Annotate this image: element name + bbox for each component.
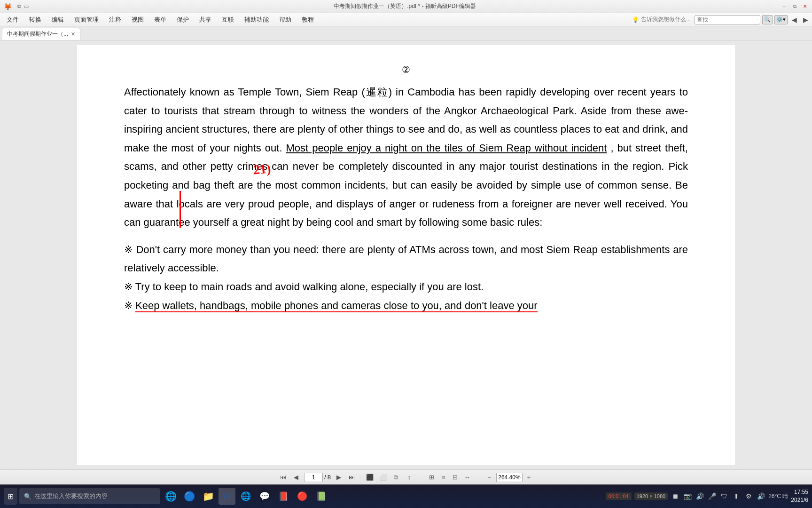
bullet-item-1: ※ Don't carry more money than you need: … (124, 240, 688, 278)
menu-connect[interactable]: 互联 (217, 15, 239, 25)
page-total: 8 (328, 474, 331, 481)
restore-button[interactable]: ⧉ (791, 3, 798, 10)
menu-annotation[interactable]: 注释 (104, 15, 126, 25)
tell-me-icon: 💡 (632, 16, 639, 23)
taskbar-wechat[interactable]: 💬 (256, 488, 273, 505)
taskbar-red-app[interactable]: 📗 (312, 488, 329, 505)
close-button[interactable]: ✕ (802, 3, 808, 10)
view-icon-3[interactable]: ⊟ (450, 472, 461, 483)
menu-page-manage[interactable]: 页面管理 (70, 15, 103, 25)
underlined-text: Most people enjoy a night on the tiles o… (286, 142, 607, 154)
tray-security-icon[interactable]: 🛡 (719, 492, 729, 501)
taskbar-search[interactable]: 🔍 在这里输入你要搜索的内容 (19, 488, 160, 504)
menu-share[interactable]: 共享 (195, 15, 216, 25)
scroll-button[interactable]: ↕ (404, 472, 414, 483)
page-number-input[interactable] (304, 473, 323, 482)
tab-close-button[interactable]: ✕ (71, 31, 75, 37)
bullet-3-underlined: Keep wallets, handbags, mobile phones an… (135, 300, 537, 312)
tray-cursor-icon[interactable]: ⬆ (732, 492, 741, 501)
taskbar-red-icon[interactable]: 🔴 (294, 488, 311, 505)
fit-page-button[interactable]: ⬛ (365, 472, 375, 483)
tab-label: 中考期间假期作业一（... (7, 30, 68, 38)
zoom-in-button[interactable]: ＋ (524, 472, 534, 483)
menu-file[interactable]: 文件 (2, 15, 23, 25)
document-tab[interactable]: 中考期间假期作业一（... ✕ (2, 28, 80, 40)
menu-bar: 文件 转换 编辑 页面管理 注释 视图 表单 保护 共享 互联 辅助功能 帮助 … (0, 13, 812, 26)
tray-volume-icon[interactable]: 🔊 (695, 492, 704, 501)
page-separator: / (324, 474, 326, 481)
menu-protect[interactable]: 保护 (172, 15, 194, 25)
system-clock[interactable]: 17:55 2021/6 (791, 488, 808, 504)
taskbar-foxit[interactable]: 📕 (275, 488, 292, 505)
title-bar-left: 🦊 ⧉ ▭ (4, 3, 29, 10)
page-header-number: ② (124, 64, 688, 75)
nav-forward-button[interactable]: ▶ (801, 15, 810, 24)
resolution-display: 1920 × 1080 (634, 492, 668, 500)
document-text: Affectionately known as Temple Town, Sie… (124, 83, 688, 315)
taskbar-search-text: 在这里输入你要搜索的内容 (34, 492, 108, 500)
menu-convert[interactable]: 转换 (24, 15, 46, 25)
view-icon-4[interactable]: ↔ (462, 472, 472, 483)
bullet-item-3: ※ Keep wallets, handbags, mobile phones … (124, 296, 688, 315)
tell-me-text[interactable]: 告诉我您想做什么... (641, 16, 691, 24)
menu-help[interactable]: 帮助 (274, 15, 296, 25)
windows-taskbar: ⊞ 🔍 在这里输入你要搜索的内容 🌐 🔵 📁 W 🌐 💬 📕 🔴 📗 00:01… (0, 484, 812, 508)
menu-view[interactable]: 视图 (127, 15, 148, 25)
zoom-input[interactable] (496, 473, 523, 482)
window-title: 中考期间假期作业一（英语）.pdf * - 福昕高级PDF编辑器 (29, 2, 781, 10)
taskbar-chrome[interactable]: 🌐 (237, 488, 254, 505)
view-icon-1[interactable]: ⊞ (427, 472, 437, 483)
start-button[interactable]: ⊞ (4, 488, 17, 505)
last-page-button[interactable]: ⏭ (347, 472, 357, 483)
tray-camera-icon[interactable]: 📷 (683, 492, 692, 501)
tab-bar: 中考期间假期作业一（... ✕ (0, 26, 812, 40)
tray-mic-icon[interactable]: 🎤 (707, 492, 717, 501)
recording-time: 00:01:04 (609, 493, 629, 499)
title-bar-right: － ⧉ ✕ (781, 3, 808, 10)
two-page-button[interactable]: ⧉ (391, 472, 401, 483)
window-restore-icon[interactable]: ⧉ (17, 3, 21, 9)
taskbar-edge[interactable]: 🔵 (181, 488, 198, 505)
taskbar-files[interactable]: 📁 (200, 488, 217, 505)
clock-time: 17:55 (791, 488, 808, 496)
tray-sound[interactable]: 🔊 (756, 492, 765, 501)
settings-button[interactable]: ⚙️▾ (774, 15, 788, 24)
bottom-toolbar: ⏮ ◀ / 8 ▶ ⏭ ⬛ ⬜ ⧉ ↕ ⊞ ≡ ⊟ ↔ － ＋ (0, 469, 812, 484)
menu-tutorial[interactable]: 教程 (297, 15, 319, 25)
app-icon: 🦊 (4, 3, 12, 10)
next-page-button[interactable]: ▶ (334, 472, 344, 483)
screen-record-button[interactable]: ⏹ (671, 492, 680, 501)
tray-settings-icon[interactable]: ⚙ (744, 492, 753, 501)
minimize-button[interactable]: － (781, 3, 788, 10)
system-tray: 00:01:04 1920 × 1080 ⏹ 📷 🔊 🎤 🛡 ⬆ ⚙ 🔊 26°… (606, 488, 808, 504)
nav-back-button[interactable]: ◀ (789, 15, 799, 24)
menu-form[interactable]: 表单 (149, 15, 171, 25)
prev-page-button[interactable]: ◀ (291, 472, 301, 483)
page-number-area: / 8 (304, 473, 331, 482)
window-min-max-icon[interactable]: ▭ (24, 3, 29, 9)
first-page-button[interactable]: ⏮ (278, 472, 288, 483)
paragraph-1: Affectionately known as Temple Town, Sie… (124, 83, 688, 232)
menu-assist[interactable]: 辅助功能 (240, 15, 273, 25)
pdf-page: ② 21) Affectionately known as Temple Tow… (77, 45, 735, 465)
taskbar-explorer[interactable]: 🌐 (162, 488, 179, 505)
view-icon-2[interactable]: ≡ (438, 472, 449, 483)
recording-indicator: 00:01:04 (606, 492, 632, 500)
bullet-item-2: ※ Try to keep to main roads and avoid wa… (124, 278, 688, 296)
clock-date: 2021/6 (791, 496, 808, 504)
search-input[interactable] (695, 15, 760, 24)
battery-weather: 26°C 晴 (768, 492, 788, 500)
view-mode-icons: ⊞ ≡ ⊟ ↔ (427, 472, 472, 483)
zoom-area: － ＋ (484, 472, 534, 483)
title-bar: 🦊 ⧉ ▭ 中考期间假期作业一（英语）.pdf * - 福昕高级PDF编辑器 －… (0, 0, 812, 13)
menu-edit[interactable]: 编辑 (47, 15, 69, 25)
taskbar-search-icon: 🔍 (24, 493, 31, 500)
main-content-area: ② 21) Affectionately known as Temple Tow… (0, 40, 812, 469)
search-area: 💡 告诉我您想做什么... 🔍 ⚙️▾ ◀ ▶ (632, 15, 810, 24)
taskbar-word[interactable]: W (219, 488, 235, 505)
zoom-out-button[interactable]: － (484, 472, 495, 483)
fit-width-button[interactable]: ⬜ (378, 472, 388, 483)
search-button[interactable]: 🔍 (762, 15, 773, 24)
